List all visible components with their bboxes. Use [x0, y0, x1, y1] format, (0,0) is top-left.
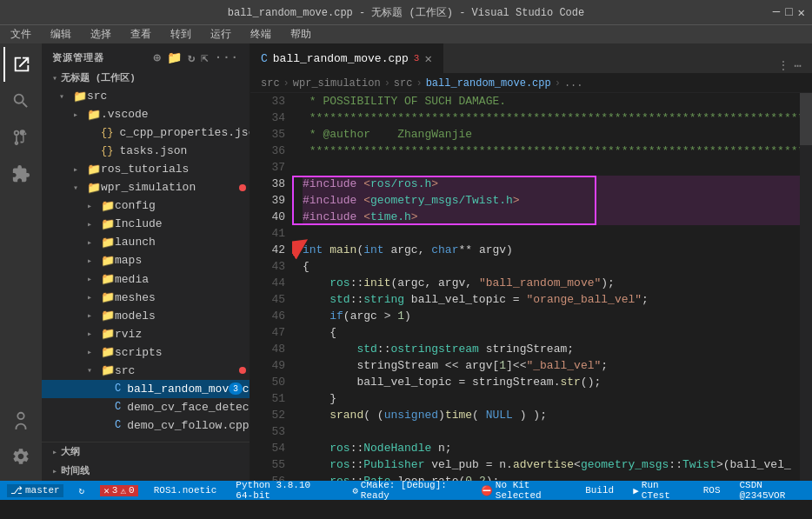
- sidebar-item-demo-follow[interactable]: C demo_cv_follow.cpp: [42, 416, 250, 435]
- sidebar-header-icons[interactable]: ⊕ 📁 ↻ ⇱ ···: [153, 50, 239, 65]
- code-line-48: std::ostringstream stringStream;: [303, 341, 812, 357]
- tab-ball-random-move[interactable]: C ball_random_move.cpp 3 ✕: [250, 43, 443, 73]
- sidebar-item-demo-face[interactable]: C demo_cv_face_detect.cpp: [42, 398, 250, 416]
- src-folder-icon: 📁: [73, 90, 87, 103]
- status-cmake[interactable]: ⚙ CMake: [Debug]: Ready: [349, 480, 465, 501]
- breadcrumb-wpr[interactable]: wpr_simulation: [293, 77, 381, 90]
- menu-help[interactable]: 帮助: [287, 27, 315, 42]
- status-run-ctest[interactable]: ▶ Run CTest: [629, 480, 688, 501]
- sidebar-item-models[interactable]: ▸ 📁 models: [42, 307, 250, 325]
- sidebar-item-media[interactable]: ▸ 📁 media: [42, 270, 250, 289]
- build-label: Build: [585, 485, 614, 496]
- sidebar-item-ros-tutorials[interactable]: ▸ 📁 ros_tutorials: [42, 160, 250, 178]
- ros-tutorials-arrow: ▸: [73, 164, 87, 175]
- menu-goto[interactable]: 转到: [167, 27, 195, 42]
- sidebar-item-config[interactable]: ▸ 📁 config: [42, 196, 250, 215]
- menu-edit[interactable]: 编辑: [47, 27, 75, 42]
- activity-bar-bottom: [3, 403, 38, 481]
- status-bar-right: CSDN @2345VOR: [736, 480, 806, 501]
- demo-face-icon: C: [115, 401, 121, 413]
- sidebar-item-ball-random-move[interactable]: C ball_random_move.cpp 3: [42, 380, 250, 398]
- activity-search[interactable]: [3, 83, 38, 118]
- sidebar-item-launch[interactable]: ▸ 📁 launch: [42, 233, 250, 251]
- activity-explorer[interactable]: [3, 47, 38, 82]
- code-line-44: ros::init(argc, argv, "ball_random_move"…: [303, 275, 812, 291]
- more-actions-icon[interactable]: ⋯: [795, 58, 802, 73]
- breadcrumb-src2[interactable]: src: [394, 77, 413, 90]
- outline-label: 大纲: [61, 445, 80, 458]
- title-controls[interactable]: ─ □ ✕: [773, 5, 805, 20]
- sidebar-item-include[interactable]: ▸ 📁 Include: [42, 215, 250, 233]
- more-options-icon[interactable]: ···: [215, 50, 239, 65]
- tab-label: ball_random_move.cpp: [273, 52, 409, 65]
- sidebar-item-src-sub[interactable]: ▾ 📁 src: [42, 362, 250, 380]
- ln-33: 33: [254, 93, 285, 110]
- code-line-40: #include <time.h>: [303, 209, 812, 225]
- activity-settings[interactable]: [3, 439, 38, 474]
- launch-arrow: ▸: [87, 237, 101, 248]
- sidebar-item-maps[interactable]: ▸ 📁 maps: [42, 251, 250, 269]
- sidebar-header: 资源管理器 ⊕ 📁 ↻ ⇱ ···: [42, 43, 250, 69]
- sidebar-item-cpp-properties[interactable]: {} c_cpp_properties.json: [42, 123, 250, 142]
- refresh-icon[interactable]: ↻: [188, 50, 196, 65]
- outline-header[interactable]: ▸ 大纲: [42, 442, 250, 462]
- menu-view[interactable]: 查看: [127, 27, 155, 42]
- menu-file[interactable]: 文件: [7, 27, 35, 42]
- tab-close-btn[interactable]: ✕: [424, 51, 431, 66]
- menu-run[interactable]: 运行: [207, 27, 235, 42]
- code-line-54: ros::NodeHandle n;: [303, 440, 812, 456]
- split-editor-icon[interactable]: ⋮: [777, 58, 789, 73]
- status-build[interactable]: Build: [582, 485, 617, 496]
- code-line-34: ****************************************…: [303, 110, 812, 126]
- timeline-header[interactable]: ▸ 时间线: [42, 462, 250, 481]
- src-sub-dot: [239, 367, 246, 374]
- ros-tutorials-icon: 📁: [87, 163, 101, 176]
- activity-account[interactable]: [3, 403, 38, 437]
- code-area[interactable]: * POSSIBILITY OF SUCH DAMAGE. **********…: [292, 93, 812, 481]
- outline-section: ▸ 大纲: [42, 442, 250, 462]
- menu-select[interactable]: 选择: [87, 27, 115, 42]
- sidebar-item-tasks[interactable]: {} tasks.json: [42, 142, 250, 160]
- workspace-title[interactable]: ▾ 无标题 (工作区): [42, 69, 250, 87]
- vscode-label: .vscode: [101, 108, 149, 121]
- main-layout: 资源管理器 ⊕ 📁 ↻ ⇱ ··· ▾ 无标题 (工作区) ▾ 📁 src ▸ …: [0, 43, 812, 481]
- activity-scm[interactable]: [3, 120, 38, 155]
- rviz-arrow: ▸: [87, 329, 101, 339]
- sidebar-item-wpr-simulation[interactable]: ▾ 📁 wpr_simulation: [42, 178, 250, 196]
- config-icon: 📁: [101, 199, 115, 213]
- status-python[interactable]: Python 3.8.10 64-bit: [232, 480, 336, 501]
- breadcrumb-src[interactable]: src: [261, 77, 280, 90]
- new-folder-icon[interactable]: 📁: [167, 50, 183, 65]
- timeline-label: 时间线: [61, 464, 90, 477]
- scripts-icon: 📁: [101, 345, 115, 359]
- editor-scrollbar[interactable]: [800, 93, 812, 481]
- sidebar-item-scripts[interactable]: ▸ 📁 scripts: [42, 343, 250, 362]
- status-ros-label[interactable]: ROS: [700, 485, 724, 496]
- sidebar-item-meshes[interactable]: ▸ 📁 meshes: [42, 289, 250, 307]
- sidebar-item-rviz[interactable]: ▸ 📁 rviz: [42, 325, 250, 343]
- collapse-icon[interactable]: ⇱: [201, 50, 209, 65]
- breadcrumb-file[interactable]: ball_random_move.cpp: [426, 77, 551, 90]
- sidebar-item-src[interactable]: ▾ 📁 src: [42, 87, 250, 105]
- maximize-btn[interactable]: □: [785, 5, 792, 20]
- sidebar-item-vscode[interactable]: ▸ 📁 .vscode: [42, 105, 250, 123]
- config-label: config: [115, 199, 156, 212]
- status-branch[interactable]: ⎇ master: [7, 484, 63, 497]
- status-ros[interactable]: ROS1.noetic: [150, 485, 221, 496]
- meshes-icon: 📁: [101, 290, 115, 304]
- status-sync[interactable]: ↻: [76, 485, 89, 496]
- line-numbers: 33 34 35 36 37 38 39 40 41 42 43 44 45 4…: [250, 93, 292, 481]
- ln-44: 44: [254, 275, 285, 291]
- scroll-thumb[interactable]: [800, 93, 812, 145]
- close-btn[interactable]: ✕: [798, 5, 805, 20]
- activity-extensions[interactable]: [3, 156, 38, 191]
- maps-arrow: ▸: [87, 256, 101, 266]
- status-errors[interactable]: ✕ 3 ⚠ 0: [100, 485, 137, 496]
- cmake-icon: ⚙: [352, 485, 358, 496]
- status-no-kit[interactable]: ⛔ No Kit Selected: [477, 480, 569, 501]
- code-line-37: [303, 159, 812, 176]
- minimize-btn[interactable]: ─: [773, 5, 780, 20]
- wpr-icon: 📁: [87, 181, 101, 195]
- menu-terminal[interactable]: 终端: [247, 27, 275, 42]
- new-file-icon[interactable]: ⊕: [153, 50, 161, 65]
